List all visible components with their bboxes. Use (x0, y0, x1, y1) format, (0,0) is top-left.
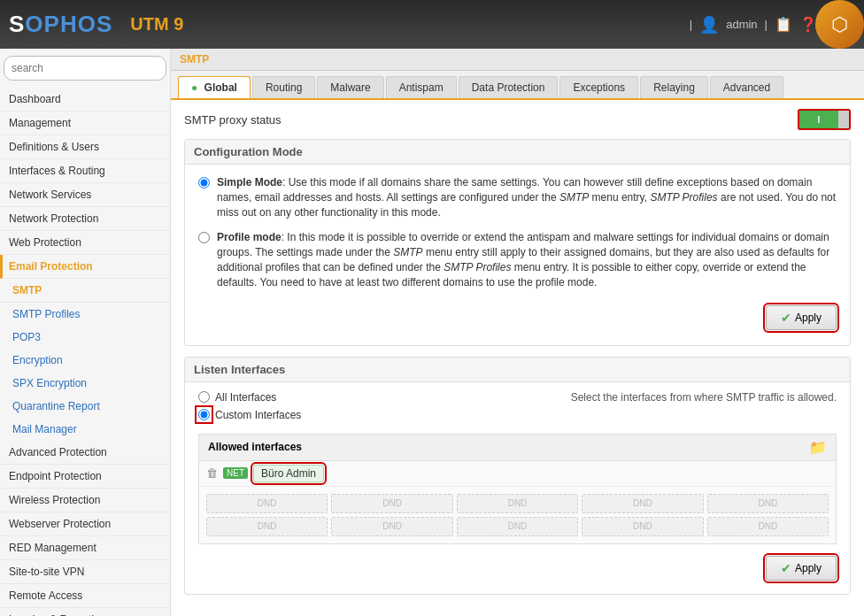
tab-antispam[interactable]: Antispam (386, 76, 457, 98)
sidebar-item-13[interactable]: Quarantine Report (0, 395, 170, 418)
all-interfaces-label: All Interfaces (215, 391, 276, 404)
tab-data-protection[interactable]: Data Protection (459, 76, 559, 98)
sidebar-item-10[interactable]: POP3 (0, 326, 170, 349)
all-interfaces-radio[interactable] (198, 391, 210, 403)
status-label: SMTP proxy status (184, 113, 282, 127)
separator: | (690, 18, 692, 31)
tab-label: Data Protection (472, 81, 545, 94)
simple-mode-label: Simple Mode: Use this mode if all domain… (217, 175, 837, 219)
sidebar-item-2[interactable]: Definitions & Users (0, 135, 170, 159)
sidebar-item-8[interactable]: SMTP (0, 279, 170, 303)
sidebar-item-5[interactable]: Network Protection (0, 207, 170, 231)
all-interfaces-row: All Interfaces (198, 391, 301, 404)
main-content: SMTP ● GlobalRoutingMalwareAntispamData … (171, 49, 864, 616)
listen-body: All Interfaces Custom Interfaces Select … (185, 382, 850, 594)
sidebar-item-6[interactable]: Web Protection (0, 231, 170, 255)
tab-malware[interactable]: Malware (317, 76, 383, 98)
listen-header: Listen Interfaces (185, 358, 850, 382)
simple-mode-radio[interactable] (198, 177, 210, 189)
tab-exceptions[interactable]: Exceptions (559, 76, 638, 98)
dnd-grid: DNDDNDDNDDNDDNDDNDDNDDNDDNDDND (199, 487, 836, 543)
username: admin (726, 18, 757, 31)
clipboard-icon[interactable]: 📋 (775, 16, 792, 33)
sophos-logo: SOPHOS (9, 11, 112, 38)
dnd-cell[interactable]: DND (457, 517, 578, 536)
tab-routing[interactable]: Routing (252, 76, 315, 98)
interface-radios: All Interfaces Custom Interfaces (198, 391, 301, 427)
sidebar-item-17[interactable]: Wireless Protection (0, 489, 170, 512)
sidebar-item-3[interactable]: Interfaces & Routing (0, 159, 170, 183)
tab-label: Advanced (723, 81, 770, 94)
custom-interfaces-radio[interactable] (198, 409, 210, 420)
sidebar-item-16[interactable]: Endpoint Protection (0, 465, 170, 489)
tab-global[interactable]: ● Global (178, 76, 251, 98)
apply-button-1[interactable]: ✔ Apply (766, 305, 837, 330)
sidebar-item-7[interactable]: Email Protection (0, 255, 170, 279)
sidebar-item-14[interactable]: Mail Manager (0, 418, 170, 441)
search-input[interactable] (4, 56, 166, 81)
separator2: | (765, 18, 768, 31)
sidebar-item-9[interactable]: SMTP Profiles (0, 303, 170, 326)
dnd-cell[interactable]: DND (206, 517, 328, 536)
apply-button-2[interactable]: ✔ Apply (766, 556, 837, 581)
network-badge: NET (223, 467, 248, 479)
toggle-off (838, 111, 849, 128)
help-icon[interactable]: ❓ (799, 16, 817, 33)
custom-interfaces-row: Custom Interfaces (198, 409, 301, 421)
honeycomb-icon: ⬡ (831, 13, 848, 36)
check-icon-1: ✔ (781, 311, 791, 325)
listen-note: Select the interfaces from where SMTP tr… (571, 391, 837, 404)
profile-mode-radio[interactable] (198, 232, 210, 243)
sidebar-item-18[interactable]: Webserver Protection (0, 512, 170, 536)
dnd-cell[interactable]: DND (331, 494, 452, 513)
dnd-cell[interactable]: DND (331, 517, 452, 536)
breadcrumb: SMTP (171, 49, 864, 71)
status-row: SMTP proxy status I (184, 109, 851, 130)
configuration-body: Simple Mode: Use this mode if all domain… (185, 165, 850, 345)
configuration-section: Configuration Mode Simple Mode: Use this… (184, 139, 851, 346)
sidebar-item-0[interactable]: Dashboard (0, 88, 170, 112)
apply-row-2: ✔ Apply (198, 551, 837, 585)
sophos-brand-logo: ⬡ (815, 0, 864, 49)
profile-mode-option: Profile mode: In this mode it is possibl… (198, 230, 837, 289)
content-area: SMTP proxy status I Configuration Mode S… (171, 100, 864, 614)
dnd-cell[interactable]: DND (457, 494, 578, 513)
check-icon-2: ✔ (781, 561, 791, 575)
dnd-cell[interactable]: DND (707, 517, 829, 536)
apply-label-1: Apply (795, 312, 822, 324)
smtp-toggle[interactable]: I (798, 109, 851, 130)
tab-label: Global (204, 81, 237, 94)
allowed-interfaces-table: Allowed interfaces 📁 🗑 NET Büro Admin DN… (198, 434, 837, 544)
dnd-cell[interactable]: DND (582, 494, 703, 513)
listen-section: Listen Interfaces All Interfaces Custom … (184, 357, 851, 595)
sidebar-item-22[interactable]: Logging & Reporting (0, 608, 170, 616)
apply-label-2: Apply (795, 562, 822, 574)
trash-icon[interactable]: 🗑 (206, 466, 218, 480)
simple-mode-title: Simple Mode (217, 176, 282, 189)
toggle-on: I (799, 111, 838, 128)
dnd-cell[interactable]: DND (582, 517, 703, 536)
allowed-item-name[interactable]: Büro Admin (253, 465, 324, 482)
sidebar-item-21[interactable]: Remote Access (0, 584, 170, 608)
sidebar: DashboardManagementDefinitions & UsersIn… (0, 49, 171, 616)
sidebar-item-20[interactable]: Site-to-site VPN (0, 560, 170, 584)
sidebar-item-1[interactable]: Management (0, 112, 170, 135)
utm-logo: UTM 9 (130, 14, 183, 35)
sidebar-nav: DashboardManagementDefinitions & UsersIn… (0, 88, 170, 616)
user-icon: 👤 (699, 15, 719, 35)
sidebar-item-19[interactable]: RED Management (0, 536, 170, 560)
folder-icon[interactable]: 📁 (809, 439, 827, 456)
tab-relaying[interactable]: Relaying (640, 76, 708, 98)
tab-active-icon: ● (191, 81, 201, 94)
profile-mode-title: Profile mode (217, 231, 282, 243)
tab-advanced[interactable]: Advanced (710, 76, 783, 98)
tab-label: Routing (266, 81, 302, 94)
sidebar-item-4[interactable]: Network Services (0, 183, 170, 207)
dnd-cell[interactable]: DND (707, 494, 829, 513)
profile-mode-label: Profile mode: In this mode it is possibl… (217, 230, 837, 289)
sidebar-item-15[interactable]: Advanced Protection (0, 441, 170, 465)
sidebar-item-11[interactable]: Encryption (0, 349, 170, 372)
layout: DashboardManagementDefinitions & UsersIn… (0, 49, 864, 616)
sidebar-item-12[interactable]: SPX Encryption (0, 372, 170, 395)
dnd-cell[interactable]: DND (206, 494, 328, 513)
